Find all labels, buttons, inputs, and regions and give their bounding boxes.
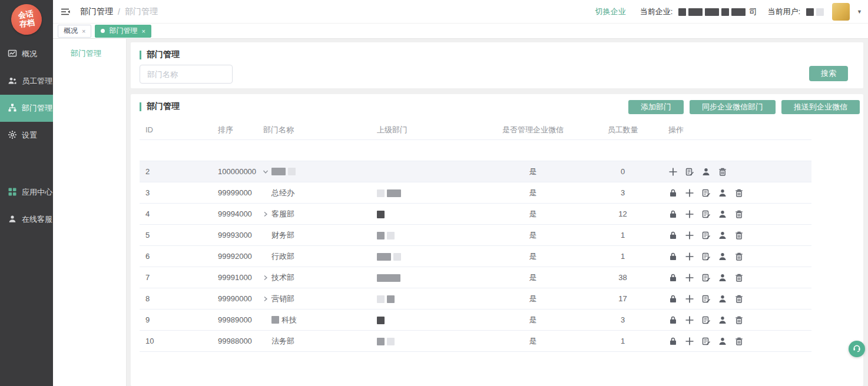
trash-icon[interactable] [734, 337, 744, 346]
plus-icon[interactable] [685, 231, 695, 240]
col-header-id: ID [140, 125, 212, 134]
redacted-text [393, 253, 401, 261]
edit-icon[interactable] [701, 231, 711, 240]
trash-icon[interactable] [734, 188, 744, 198]
search-button[interactable]: 搜索 [809, 66, 848, 81]
user-icon[interactable] [718, 315, 728, 325]
redacted-text [387, 295, 395, 303]
trash-icon[interactable] [718, 167, 728, 177]
col-header-employee-count: 员工数量 [583, 125, 662, 135]
sidebar-item-online-support[interactable]: 在线客服 [0, 206, 53, 233]
table-row[interactable]: 8 99990000 营销部 是 17 [140, 288, 811, 310]
edit-icon[interactable] [701, 188, 711, 198]
redacted-text [377, 338, 385, 345]
user-icon[interactable] [718, 294, 728, 304]
table-row[interactable]: 4 99994000 客服部 是 12 [140, 204, 811, 225]
switch-company-link[interactable]: 切换企业 [595, 6, 626, 17]
lock-icon[interactable] [668, 337, 678, 346]
plus-icon[interactable] [685, 188, 695, 198]
trash-icon[interactable] [734, 273, 744, 282]
edit-icon[interactable] [701, 315, 711, 325]
sidebar-item-overview[interactable]: 概况 [0, 41, 53, 68]
cell-id: 4 [140, 209, 212, 218]
lock-icon[interactable] [668, 273, 678, 282]
edit-icon[interactable] [701, 273, 711, 282]
lock-icon[interactable] [668, 294, 678, 304]
tab-overview[interactable]: 概况 × [58, 25, 91, 38]
redacted-text [377, 274, 400, 282]
company-name-suffix: 司 [749, 6, 757, 17]
expander-icon[interactable] [262, 168, 271, 175]
trash-icon[interactable] [734, 315, 744, 325]
tab-departments[interactable]: 部门管理 × [95, 25, 151, 38]
user-icon[interactable] [701, 167, 711, 177]
lock-icon[interactable] [668, 252, 678, 261]
customer-service-button[interactable] [849, 341, 865, 357]
header-right: 切换企业 当前企业: 司 当前用户: ▼ [595, 3, 868, 21]
user-icon[interactable] [718, 273, 728, 282]
user-icon[interactable] [718, 209, 728, 219]
user-icon[interactable] [718, 231, 728, 240]
sidebar-item-employees[interactable]: 员工管理 [0, 68, 53, 95]
lock-icon[interactable] [668, 315, 678, 325]
plus-icon[interactable] [685, 209, 695, 219]
expander-icon[interactable] [262, 295, 271, 302]
close-icon[interactable]: × [82, 28, 85, 35]
dept-name-text: 总经办 [271, 188, 294, 198]
department-name-input[interactable] [140, 65, 233, 84]
close-icon[interactable]: × [141, 28, 145, 35]
lock-icon[interactable] [668, 231, 678, 240]
sidebar-item-app-center[interactable]: 应用中心 [0, 179, 53, 206]
edit-icon[interactable] [701, 337, 711, 346]
trash-icon[interactable] [734, 231, 744, 240]
edit-icon[interactable] [701, 209, 711, 219]
plus-icon[interactable] [685, 337, 695, 346]
cell-id: 5 [140, 231, 212, 239]
edit-icon[interactable] [701, 294, 711, 304]
breadcrumb-item[interactable]: 部门管理 [80, 6, 113, 17]
trash-icon[interactable] [734, 294, 744, 304]
table-row[interactable]: 7 99991000 技术部 是 38 [140, 267, 811, 288]
trash-icon[interactable] [734, 252, 744, 261]
table-row[interactable]: 10 99988000 法务部 是 1 [140, 331, 811, 352]
push-to-wework-button[interactable]: 推送到企业微信 [781, 100, 860, 114]
user-icon[interactable] [718, 252, 728, 261]
edit-icon[interactable] [701, 252, 711, 261]
lock-icon[interactable] [668, 188, 678, 198]
table-row[interactable]: 5 99993000 财务部 是 1 [140, 225, 811, 246]
table-row[interactable]: 3 99999000 总经办 是 3 [140, 182, 811, 204]
chevron-down-icon[interactable]: ▼ [857, 9, 862, 15]
expander-icon[interactable] [262, 211, 271, 218]
dept-name-text: 财务部 [271, 230, 294, 241]
plus-icon[interactable] [685, 252, 695, 261]
trash-icon[interactable] [734, 209, 744, 219]
plus-icon[interactable] [685, 294, 695, 304]
menu-fold-icon[interactable] [60, 7, 71, 16]
plus-icon[interactable] [685, 315, 695, 325]
redacted-text [705, 8, 719, 16]
add-department-button[interactable]: 添加部门 [628, 100, 684, 114]
expander-icon[interactable] [262, 274, 271, 281]
chart-icon [8, 49, 17, 60]
lock-icon[interactable] [668, 209, 678, 219]
cell-sort: 99999000 [212, 188, 257, 197]
table-row[interactable] [140, 140, 811, 161]
submenu-item-departments[interactable]: 部门管理 [71, 48, 126, 59]
user-icon[interactable] [718, 337, 728, 346]
plus-icon[interactable] [668, 167, 678, 177]
plus-icon[interactable] [685, 273, 695, 282]
cell-sort: 99993000 [212, 231, 257, 239]
table-row[interactable]: 9 99989000 科技 是 3 [140, 310, 811, 331]
sidebar-item-settings[interactable]: 设置 [0, 122, 53, 149]
table-row[interactable]: 6 99992000 行政部 是 1 [140, 246, 811, 267]
sidebar-item-label: 员工管理 [22, 76, 52, 86]
user-icon[interactable] [718, 188, 728, 198]
redacted-text [731, 8, 746, 16]
table-row[interactable]: 2 100000000 是 0 [140, 161, 811, 182]
avatar[interactable] [832, 3, 850, 21]
sidebar-item-departments[interactable]: 部门管理 [0, 95, 53, 122]
cell-id: 2 [140, 167, 212, 176]
sync-wework-departments-button[interactable]: 同步企业微信部门 [690, 100, 776, 114]
redacted-text [271, 316, 279, 324]
edit-icon[interactable] [685, 167, 695, 177]
